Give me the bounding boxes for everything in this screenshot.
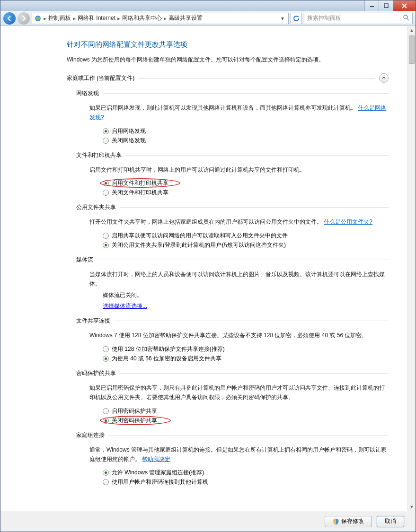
radio-public-on[interactable] — [103, 233, 109, 239]
section-title: 公用文件夹共享 — [76, 203, 116, 211]
window: ▸ 控制面板 ▸ 网络和 Internet ▸ 网络和共享中心 ▸ 高级共享设置… — [0, 0, 416, 532]
breadcrumb-dropdown[interactable]: ▾ — [278, 15, 286, 22]
chevron-right-icon: ▸ — [116, 15, 121, 22]
page-title: 针对不同的网络配置文件更改共享选项 — [67, 40, 389, 49]
content-scroll: 针对不同的网络配置文件更改共享选项 Windows 为您所使用的每个网络创建单独… — [0, 26, 407, 511]
scroll-thumb[interactable] — [409, 35, 415, 64]
radio-homegroup-manual[interactable] — [103, 479, 109, 485]
section-title: 文件共享连接 — [76, 317, 110, 325]
profile-label: 家庭或工作 (当前配置文件) — [67, 74, 134, 82]
section-password-protected: 密码保护的共享 如果已启用密码保护的共享，则只有具备此计算机的用户帐户和密码的用… — [76, 369, 389, 425]
section-desc: 如果已启用密码保护的共享，则只有具备此计算机的用户帐户和密码的用户才可以访问共享… — [89, 384, 385, 401]
radio-label: 关闭文件和打印机共享 — [112, 189, 168, 197]
radio-enc128[interactable] — [103, 346, 109, 352]
svg-point-5 — [404, 15, 407, 19]
radio-label: 启用网络发现 — [112, 127, 146, 135]
search-input[interactable]: 搜索控制面板 — [304, 13, 413, 24]
chevron-right-icon: ▸ — [163, 15, 168, 22]
footer: 保存修改 取消 — [0, 511, 416, 532]
radio-password-off[interactable] — [103, 418, 109, 424]
radio-label: 关闭密码保护共享 — [112, 417, 157, 425]
section-file-sharing-connections: 文件共享连接 Windows 7 使用 128 位加密帮助保护文件共享连接。某些… — [76, 317, 389, 362]
chevron-right-icon: ▸ — [43, 15, 47, 22]
svg-rect-1 — [384, 4, 388, 8]
link-what-is-public-folder[interactable]: 什么是公用文件夹? — [324, 218, 372, 225]
search-placeholder: 搜索控制面板 — [307, 14, 341, 22]
radio-label: 为使用 40 或 56 位加密的设备启用文件共享 — [112, 355, 221, 363]
save-label: 保存修改 — [341, 517, 364, 525]
section-public-folder: 公用文件夹共享 打开公用文件夹共享时，网络上包括家庭组成员在内的用户都可以访问公… — [76, 203, 389, 249]
radio-password-on[interactable] — [103, 408, 109, 414]
breadcrumb[interactable]: ▸ 控制面板 ▸ 网络和 Internet ▸ 网络和共享中心 ▸ 高级共享设置… — [32, 13, 289, 24]
scrollbar[interactable]: ▲ ▼ — [407, 26, 416, 511]
breadcrumb-item[interactable]: 网络和 Internet — [78, 14, 115, 22]
radio-label: 启用文件和打印机共享 — [112, 179, 168, 187]
cancel-label: 取消 — [385, 517, 396, 525]
radio-discovery-on[interactable] — [103, 128, 109, 134]
scroll-up-icon[interactable]: ▲ — [408, 26, 416, 34]
section-desc: 启用文件和打印机共享时，网络上的用户可以访问通过此计算机共享的文件和打印机。 — [89, 166, 305, 173]
radio-public-off[interactable] — [103, 242, 109, 248]
radio-fileprint-off[interactable] — [103, 190, 109, 196]
radio-label: 关闭公用文件夹共享(登录到此计算机的用户仍然可以访问这些文件夹) — [112, 241, 286, 249]
radio-label: 使用用户帐户和密码连接到其他计算机 — [112, 478, 208, 486]
breadcrumb-item[interactable]: 高级共享设置 — [168, 14, 203, 22]
svg-line-6 — [407, 18, 409, 20]
radio-fileprint-on[interactable] — [103, 180, 109, 186]
navbar: ▸ 控制面板 ▸ 网络和 Internet ▸ 网络和共享中心 ▸ 高级共享设置… — [0, 11, 416, 26]
section-homegroup: 家庭组连接 通常，Windows 管理与其他家庭组计算机的连接。但是如果您在所有… — [76, 431, 389, 487]
back-button[interactable] — [3, 12, 16, 25]
breadcrumb-item[interactable]: 控制面板 — [48, 14, 71, 22]
media-status: 媒体流已关闭。 — [103, 291, 389, 299]
section-title: 网络发现 — [76, 89, 99, 97]
content-area: 针对不同的网络配置文件更改共享选项 Windows 为您所使用的每个网络创建单独… — [0, 26, 416, 511]
section-title: 家庭组连接 — [76, 431, 105, 439]
breadcrumb-item[interactable]: 网络和共享中心 — [122, 14, 162, 22]
section-title: 文件和打印机共享 — [76, 151, 122, 159]
section-desc: 当媒体流打开时，网络上的人员和设备便可以访问该计算机上的图片、音乐以及视频。该计… — [89, 271, 385, 287]
maximize-button[interactable] — [379, 0, 393, 11]
link-media-options[interactable]: 选择媒体流选项... — [103, 303, 147, 309]
section-desc: Windows 7 使用 128 位加密帮助保护文件共享连接。某些设备不支持 1… — [89, 332, 367, 339]
radio-label: 允许 Windows 管理家庭组连接(推荐) — [112, 469, 204, 477]
cancel-button[interactable]: 取消 — [377, 516, 404, 527]
profile-header[interactable]: 家庭或工作 (当前配置文件) — [67, 73, 389, 83]
section-title: 密码保护的共享 — [76, 369, 116, 377]
radio-discovery-off[interactable] — [103, 138, 109, 144]
section-desc: 打开公用文件夹共享时，网络上包括家庭组成员在内的用户都可以访问公用文件夹中的文件… — [89, 218, 322, 225]
radio-label: 启用密码保护共享 — [112, 407, 157, 415]
close-button[interactable] — [393, 0, 416, 11]
section-title: 媒体流 — [76, 256, 93, 264]
search-icon — [403, 14, 409, 22]
radio-label: 使用 128 位加密帮助保护文件共享连接(推荐) — [112, 345, 225, 353]
radio-homegroup-auto[interactable] — [103, 470, 109, 476]
forward-button[interactable] — [18, 12, 30, 25]
titlebar — [0, 0, 416, 11]
save-button[interactable]: 保存修改 — [325, 516, 372, 527]
link-help-decide[interactable]: 帮助我决定 — [142, 456, 170, 462]
section-desc: 通常，Windows 管理与其他家庭组计算机的连接。但是如果您在所有计算机上拥有… — [89, 446, 387, 462]
radio-label: 关闭网络发现 — [112, 137, 146, 145]
shield-icon — [333, 518, 339, 525]
collapse-button[interactable] — [379, 73, 389, 83]
refresh-button[interactable] — [291, 13, 302, 24]
scroll-down-icon[interactable]: ▼ — [408, 503, 416, 511]
section-file-printer-sharing: 文件和打印机共享 启用文件和打印机共享时，网络上的用户可以访问通过此计算机共享的… — [76, 151, 389, 197]
network-icon — [34, 15, 42, 22]
section-desc: 如果已启用网络发现，则此计算机可以发现其他网络计算机和设备，而其他网络计算机亦可… — [89, 105, 356, 111]
section-network-discovery: 网络发现 如果已启用网络发现，则此计算机可以发现其他网络计算机和设备，而其他网络… — [76, 89, 389, 145]
radio-label: 启用共享以便可以访问网络的用户可以读取和写入公用文件夹中的文件 — [112, 232, 288, 240]
chevron-right-icon: ▸ — [72, 15, 77, 22]
section-media-streaming: 媒体流 当媒体流打开时，网络上的人员和设备便可以访问该计算机上的图片、音乐以及视… — [76, 256, 389, 311]
page-intro: Windows 为您所使用的每个网络创建单独的网络配置文件。您可以针对每个配置文… — [67, 56, 389, 64]
radio-enc40-56[interactable] — [103, 356, 109, 362]
minimize-button[interactable] — [364, 0, 379, 11]
